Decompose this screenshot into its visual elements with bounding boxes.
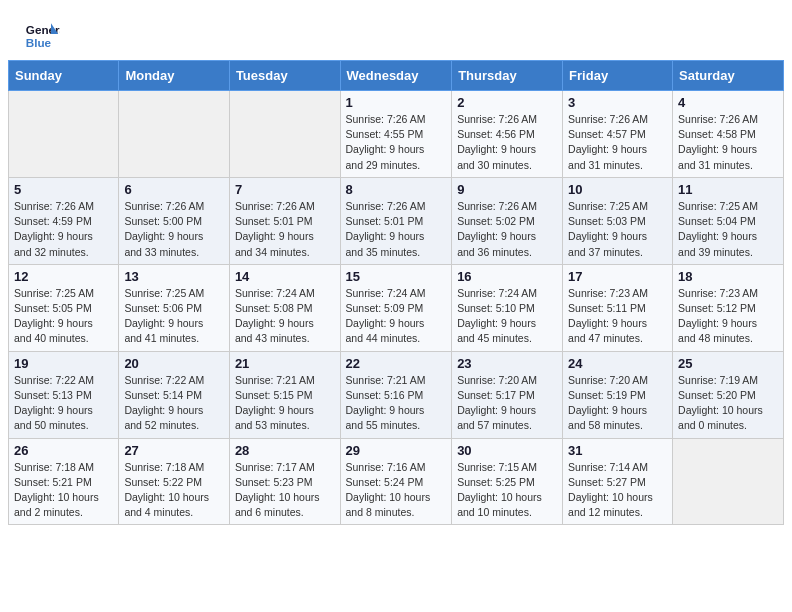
day-info: Sunrise: 7:24 AMSunset: 5:10 PMDaylight:… xyxy=(457,286,557,347)
logo-icon: General Blue xyxy=(24,16,60,52)
calendar-cell xyxy=(229,91,340,178)
weekday-header-wednesday: Wednesday xyxy=(340,61,452,91)
day-info: Sunrise: 7:14 AMSunset: 5:27 PMDaylight:… xyxy=(568,460,667,521)
calendar-week-4: 19Sunrise: 7:22 AMSunset: 5:13 PMDayligh… xyxy=(9,351,784,438)
day-number: 12 xyxy=(14,269,113,284)
calendar-week-1: 1Sunrise: 7:26 AMSunset: 4:55 PMDaylight… xyxy=(9,91,784,178)
calendar-cell: 2Sunrise: 7:26 AMSunset: 4:56 PMDaylight… xyxy=(452,91,563,178)
calendar-body: 1Sunrise: 7:26 AMSunset: 4:55 PMDaylight… xyxy=(9,91,784,525)
calendar-cell: 9Sunrise: 7:26 AMSunset: 5:02 PMDaylight… xyxy=(452,177,563,264)
day-number: 11 xyxy=(678,182,778,197)
calendar-cell: 31Sunrise: 7:14 AMSunset: 5:27 PMDayligh… xyxy=(563,438,673,525)
day-number: 29 xyxy=(346,443,447,458)
day-number: 7 xyxy=(235,182,335,197)
day-number: 28 xyxy=(235,443,335,458)
day-info: Sunrise: 7:16 AMSunset: 5:24 PMDaylight:… xyxy=(346,460,447,521)
day-number: 24 xyxy=(568,356,667,371)
day-number: 9 xyxy=(457,182,557,197)
day-info: Sunrise: 7:26 AMSunset: 4:55 PMDaylight:… xyxy=(346,112,447,173)
calendar-cell xyxy=(119,91,230,178)
day-info: Sunrise: 7:17 AMSunset: 5:23 PMDaylight:… xyxy=(235,460,335,521)
day-info: Sunrise: 7:26 AMSunset: 5:02 PMDaylight:… xyxy=(457,199,557,260)
calendar-cell: 17Sunrise: 7:23 AMSunset: 5:11 PMDayligh… xyxy=(563,264,673,351)
day-info: Sunrise: 7:25 AMSunset: 5:05 PMDaylight:… xyxy=(14,286,113,347)
day-info: Sunrise: 7:21 AMSunset: 5:16 PMDaylight:… xyxy=(346,373,447,434)
calendar-cell: 22Sunrise: 7:21 AMSunset: 5:16 PMDayligh… xyxy=(340,351,452,438)
calendar-table: SundayMondayTuesdayWednesdayThursdayFrid… xyxy=(8,60,784,525)
day-info: Sunrise: 7:26 AMSunset: 4:56 PMDaylight:… xyxy=(457,112,557,173)
day-number: 17 xyxy=(568,269,667,284)
calendar-header: SundayMondayTuesdayWednesdayThursdayFrid… xyxy=(9,61,784,91)
weekday-header-thursday: Thursday xyxy=(452,61,563,91)
calendar-cell: 24Sunrise: 7:20 AMSunset: 5:19 PMDayligh… xyxy=(563,351,673,438)
weekday-header-row: SundayMondayTuesdayWednesdayThursdayFrid… xyxy=(9,61,784,91)
day-number: 20 xyxy=(124,356,224,371)
day-number: 21 xyxy=(235,356,335,371)
calendar-week-2: 5Sunrise: 7:26 AMSunset: 4:59 PMDaylight… xyxy=(9,177,784,264)
day-info: Sunrise: 7:25 AMSunset: 5:06 PMDaylight:… xyxy=(124,286,224,347)
day-number: 13 xyxy=(124,269,224,284)
day-number: 10 xyxy=(568,182,667,197)
svg-text:Blue: Blue xyxy=(26,36,52,49)
day-info: Sunrise: 7:19 AMSunset: 5:20 PMDaylight:… xyxy=(678,373,778,434)
day-number: 23 xyxy=(457,356,557,371)
calendar-cell: 19Sunrise: 7:22 AMSunset: 5:13 PMDayligh… xyxy=(9,351,119,438)
day-info: Sunrise: 7:26 AMSunset: 5:01 PMDaylight:… xyxy=(346,199,447,260)
calendar-cell: 5Sunrise: 7:26 AMSunset: 4:59 PMDaylight… xyxy=(9,177,119,264)
day-number: 31 xyxy=(568,443,667,458)
day-info: Sunrise: 7:18 AMSunset: 5:22 PMDaylight:… xyxy=(124,460,224,521)
calendar-cell: 18Sunrise: 7:23 AMSunset: 5:12 PMDayligh… xyxy=(673,264,784,351)
weekday-header-monday: Monday xyxy=(119,61,230,91)
day-info: Sunrise: 7:26 AMSunset: 4:58 PMDaylight:… xyxy=(678,112,778,173)
calendar-wrapper: SundayMondayTuesdayWednesdayThursdayFrid… xyxy=(0,60,792,533)
calendar-cell: 27Sunrise: 7:18 AMSunset: 5:22 PMDayligh… xyxy=(119,438,230,525)
calendar-cell: 15Sunrise: 7:24 AMSunset: 5:09 PMDayligh… xyxy=(340,264,452,351)
day-number: 25 xyxy=(678,356,778,371)
calendar-cell: 11Sunrise: 7:25 AMSunset: 5:04 PMDayligh… xyxy=(673,177,784,264)
day-number: 1 xyxy=(346,95,447,110)
day-number: 8 xyxy=(346,182,447,197)
day-info: Sunrise: 7:25 AMSunset: 5:04 PMDaylight:… xyxy=(678,199,778,260)
day-info: Sunrise: 7:20 AMSunset: 5:19 PMDaylight:… xyxy=(568,373,667,434)
day-number: 19 xyxy=(14,356,113,371)
day-number: 16 xyxy=(457,269,557,284)
day-number: 5 xyxy=(14,182,113,197)
day-info: Sunrise: 7:26 AMSunset: 5:01 PMDaylight:… xyxy=(235,199,335,260)
day-info: Sunrise: 7:22 AMSunset: 5:13 PMDaylight:… xyxy=(14,373,113,434)
calendar-cell xyxy=(673,438,784,525)
day-info: Sunrise: 7:23 AMSunset: 5:11 PMDaylight:… xyxy=(568,286,667,347)
weekday-header-sunday: Sunday xyxy=(9,61,119,91)
calendar-cell: 16Sunrise: 7:24 AMSunset: 5:10 PMDayligh… xyxy=(452,264,563,351)
day-number: 26 xyxy=(14,443,113,458)
calendar-cell: 25Sunrise: 7:19 AMSunset: 5:20 PMDayligh… xyxy=(673,351,784,438)
calendar-cell: 14Sunrise: 7:24 AMSunset: 5:08 PMDayligh… xyxy=(229,264,340,351)
calendar-cell: 20Sunrise: 7:22 AMSunset: 5:14 PMDayligh… xyxy=(119,351,230,438)
day-info: Sunrise: 7:24 AMSunset: 5:08 PMDaylight:… xyxy=(235,286,335,347)
weekday-header-friday: Friday xyxy=(563,61,673,91)
day-number: 27 xyxy=(124,443,224,458)
day-info: Sunrise: 7:24 AMSunset: 5:09 PMDaylight:… xyxy=(346,286,447,347)
day-number: 4 xyxy=(678,95,778,110)
day-number: 30 xyxy=(457,443,557,458)
day-info: Sunrise: 7:22 AMSunset: 5:14 PMDaylight:… xyxy=(124,373,224,434)
day-info: Sunrise: 7:21 AMSunset: 5:15 PMDaylight:… xyxy=(235,373,335,434)
day-info: Sunrise: 7:15 AMSunset: 5:25 PMDaylight:… xyxy=(457,460,557,521)
day-info: Sunrise: 7:20 AMSunset: 5:17 PMDaylight:… xyxy=(457,373,557,434)
day-info: Sunrise: 7:26 AMSunset: 4:59 PMDaylight:… xyxy=(14,199,113,260)
day-info: Sunrise: 7:26 AMSunset: 4:57 PMDaylight:… xyxy=(568,112,667,173)
calendar-cell: 21Sunrise: 7:21 AMSunset: 5:15 PMDayligh… xyxy=(229,351,340,438)
day-number: 18 xyxy=(678,269,778,284)
calendar-cell: 8Sunrise: 7:26 AMSunset: 5:01 PMDaylight… xyxy=(340,177,452,264)
weekday-header-saturday: Saturday xyxy=(673,61,784,91)
calendar-week-3: 12Sunrise: 7:25 AMSunset: 5:05 PMDayligh… xyxy=(9,264,784,351)
calendar-cell: 30Sunrise: 7:15 AMSunset: 5:25 PMDayligh… xyxy=(452,438,563,525)
calendar-cell: 13Sunrise: 7:25 AMSunset: 5:06 PMDayligh… xyxy=(119,264,230,351)
header: General Blue xyxy=(0,0,792,60)
calendar-cell: 12Sunrise: 7:25 AMSunset: 5:05 PMDayligh… xyxy=(9,264,119,351)
calendar-cell: 26Sunrise: 7:18 AMSunset: 5:21 PMDayligh… xyxy=(9,438,119,525)
calendar-cell: 28Sunrise: 7:17 AMSunset: 5:23 PMDayligh… xyxy=(229,438,340,525)
calendar-cell: 10Sunrise: 7:25 AMSunset: 5:03 PMDayligh… xyxy=(563,177,673,264)
day-info: Sunrise: 7:25 AMSunset: 5:03 PMDaylight:… xyxy=(568,199,667,260)
weekday-header-tuesday: Tuesday xyxy=(229,61,340,91)
calendar-cell: 23Sunrise: 7:20 AMSunset: 5:17 PMDayligh… xyxy=(452,351,563,438)
